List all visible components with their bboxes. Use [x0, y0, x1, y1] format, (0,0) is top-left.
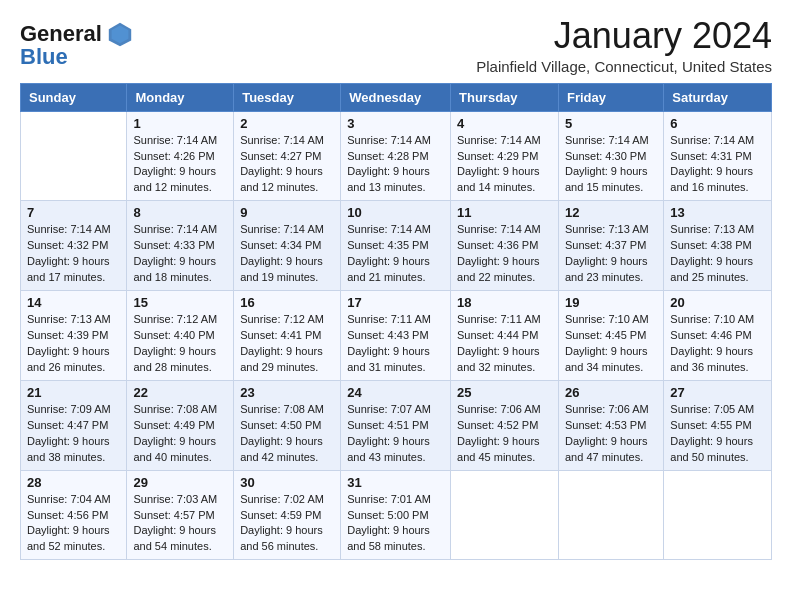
day-info: Sunrise: 7:14 AMSunset: 4:30 PMDaylight:…	[565, 133, 657, 197]
calendar-week-row: 14Sunrise: 7:13 AMSunset: 4:39 PMDayligh…	[21, 291, 772, 381]
table-row	[451, 470, 559, 560]
day-number: 26	[565, 385, 657, 400]
day-info: Sunrise: 7:14 AMSunset: 4:35 PMDaylight:…	[347, 222, 444, 286]
calendar-week-row: 1Sunrise: 7:14 AMSunset: 4:26 PMDaylight…	[21, 111, 772, 201]
calendar-week-row: 7Sunrise: 7:14 AMSunset: 4:32 PMDaylight…	[21, 201, 772, 291]
calendar-week-row: 28Sunrise: 7:04 AMSunset: 4:56 PMDayligh…	[21, 470, 772, 560]
header-monday: Monday	[127, 83, 234, 111]
table-row: 4Sunrise: 7:14 AMSunset: 4:29 PMDaylight…	[451, 111, 559, 201]
table-row: 23Sunrise: 7:08 AMSunset: 4:50 PMDayligh…	[234, 380, 341, 470]
day-number: 27	[670, 385, 765, 400]
table-row: 31Sunrise: 7:01 AMSunset: 5:00 PMDayligh…	[341, 470, 451, 560]
table-row: 14Sunrise: 7:13 AMSunset: 4:39 PMDayligh…	[21, 291, 127, 381]
header-tuesday: Tuesday	[234, 83, 341, 111]
day-number: 24	[347, 385, 444, 400]
day-info: Sunrise: 7:14 AMSunset: 4:26 PMDaylight:…	[133, 133, 227, 197]
table-row: 27Sunrise: 7:05 AMSunset: 4:55 PMDayligh…	[664, 380, 772, 470]
day-number: 22	[133, 385, 227, 400]
day-info: Sunrise: 7:11 AMSunset: 4:44 PMDaylight:…	[457, 312, 552, 376]
day-info: Sunrise: 7:01 AMSunset: 5:00 PMDaylight:…	[347, 492, 444, 556]
day-info: Sunrise: 7:09 AMSunset: 4:47 PMDaylight:…	[27, 402, 120, 466]
page-container: General Blue January 2024 Plainfield Vil…	[0, 0, 792, 570]
day-number: 10	[347, 205, 444, 220]
day-number: 3	[347, 116, 444, 131]
table-row: 24Sunrise: 7:07 AMSunset: 4:51 PMDayligh…	[341, 380, 451, 470]
day-info: Sunrise: 7:05 AMSunset: 4:55 PMDaylight:…	[670, 402, 765, 466]
day-info: Sunrise: 7:14 AMSunset: 4:31 PMDaylight:…	[670, 133, 765, 197]
logo: General Blue	[20, 20, 134, 70]
table-row: 7Sunrise: 7:14 AMSunset: 4:32 PMDaylight…	[21, 201, 127, 291]
day-number: 17	[347, 295, 444, 310]
table-row: 6Sunrise: 7:14 AMSunset: 4:31 PMDaylight…	[664, 111, 772, 201]
table-row: 29Sunrise: 7:03 AMSunset: 4:57 PMDayligh…	[127, 470, 234, 560]
calendar-week-row: 21Sunrise: 7:09 AMSunset: 4:47 PMDayligh…	[21, 380, 772, 470]
table-row: 3Sunrise: 7:14 AMSunset: 4:28 PMDaylight…	[341, 111, 451, 201]
day-info: Sunrise: 7:14 AMSunset: 4:29 PMDaylight:…	[457, 133, 552, 197]
day-info: Sunrise: 7:14 AMSunset: 4:34 PMDaylight:…	[240, 222, 334, 286]
location-title: Plainfield Village, Connecticut, United …	[476, 58, 772, 75]
day-number: 25	[457, 385, 552, 400]
day-number: 31	[347, 475, 444, 490]
table-row: 15Sunrise: 7:12 AMSunset: 4:40 PMDayligh…	[127, 291, 234, 381]
day-info: Sunrise: 7:14 AMSunset: 4:33 PMDaylight:…	[133, 222, 227, 286]
day-number: 13	[670, 205, 765, 220]
table-row	[558, 470, 663, 560]
day-info: Sunrise: 7:08 AMSunset: 4:50 PMDaylight:…	[240, 402, 334, 466]
table-row: 1Sunrise: 7:14 AMSunset: 4:26 PMDaylight…	[127, 111, 234, 201]
day-number: 28	[27, 475, 120, 490]
day-number: 1	[133, 116, 227, 131]
header-thursday: Thursday	[451, 83, 559, 111]
day-number: 2	[240, 116, 334, 131]
day-info: Sunrise: 7:14 AMSunset: 4:36 PMDaylight:…	[457, 222, 552, 286]
day-info: Sunrise: 7:03 AMSunset: 4:57 PMDaylight:…	[133, 492, 227, 556]
table-row: 16Sunrise: 7:12 AMSunset: 4:41 PMDayligh…	[234, 291, 341, 381]
calendar-header-row: Sunday Monday Tuesday Wednesday Thursday…	[21, 83, 772, 111]
day-number: 20	[670, 295, 765, 310]
calendar-table: Sunday Monday Tuesday Wednesday Thursday…	[20, 83, 772, 561]
day-number: 4	[457, 116, 552, 131]
day-number: 11	[457, 205, 552, 220]
day-number: 18	[457, 295, 552, 310]
table-row: 11Sunrise: 7:14 AMSunset: 4:36 PMDayligh…	[451, 201, 559, 291]
day-number: 7	[27, 205, 120, 220]
table-row: 8Sunrise: 7:14 AMSunset: 4:33 PMDaylight…	[127, 201, 234, 291]
table-row: 28Sunrise: 7:04 AMSunset: 4:56 PMDayligh…	[21, 470, 127, 560]
day-number: 19	[565, 295, 657, 310]
day-info: Sunrise: 7:10 AMSunset: 4:46 PMDaylight:…	[670, 312, 765, 376]
day-number: 16	[240, 295, 334, 310]
header-wednesday: Wednesday	[341, 83, 451, 111]
day-info: Sunrise: 7:04 AMSunset: 4:56 PMDaylight:…	[27, 492, 120, 556]
day-info: Sunrise: 7:14 AMSunset: 4:32 PMDaylight:…	[27, 222, 120, 286]
day-number: 9	[240, 205, 334, 220]
day-number: 14	[27, 295, 120, 310]
header-saturday: Saturday	[664, 83, 772, 111]
header: General Blue January 2024 Plainfield Vil…	[20, 16, 772, 75]
table-row: 9Sunrise: 7:14 AMSunset: 4:34 PMDaylight…	[234, 201, 341, 291]
day-number: 30	[240, 475, 334, 490]
day-info: Sunrise: 7:14 AMSunset: 4:28 PMDaylight:…	[347, 133, 444, 197]
header-sunday: Sunday	[21, 83, 127, 111]
day-info: Sunrise: 7:14 AMSunset: 4:27 PMDaylight:…	[240, 133, 334, 197]
day-info: Sunrise: 7:06 AMSunset: 4:53 PMDaylight:…	[565, 402, 657, 466]
table-row: 30Sunrise: 7:02 AMSunset: 4:59 PMDayligh…	[234, 470, 341, 560]
table-row: 17Sunrise: 7:11 AMSunset: 4:43 PMDayligh…	[341, 291, 451, 381]
logo-icon	[106, 20, 134, 48]
day-info: Sunrise: 7:13 AMSunset: 4:38 PMDaylight:…	[670, 222, 765, 286]
day-number: 29	[133, 475, 227, 490]
table-row: 21Sunrise: 7:09 AMSunset: 4:47 PMDayligh…	[21, 380, 127, 470]
day-number: 6	[670, 116, 765, 131]
day-info: Sunrise: 7:02 AMSunset: 4:59 PMDaylight:…	[240, 492, 334, 556]
table-row	[664, 470, 772, 560]
table-row: 25Sunrise: 7:06 AMSunset: 4:52 PMDayligh…	[451, 380, 559, 470]
table-row	[21, 111, 127, 201]
day-number: 12	[565, 205, 657, 220]
day-number: 15	[133, 295, 227, 310]
day-info: Sunrise: 7:12 AMSunset: 4:41 PMDaylight:…	[240, 312, 334, 376]
table-row: 18Sunrise: 7:11 AMSunset: 4:44 PMDayligh…	[451, 291, 559, 381]
table-row: 13Sunrise: 7:13 AMSunset: 4:38 PMDayligh…	[664, 201, 772, 291]
table-row: 20Sunrise: 7:10 AMSunset: 4:46 PMDayligh…	[664, 291, 772, 381]
day-info: Sunrise: 7:12 AMSunset: 4:40 PMDaylight:…	[133, 312, 227, 376]
day-info: Sunrise: 7:06 AMSunset: 4:52 PMDaylight:…	[457, 402, 552, 466]
day-number: 21	[27, 385, 120, 400]
day-number: 8	[133, 205, 227, 220]
